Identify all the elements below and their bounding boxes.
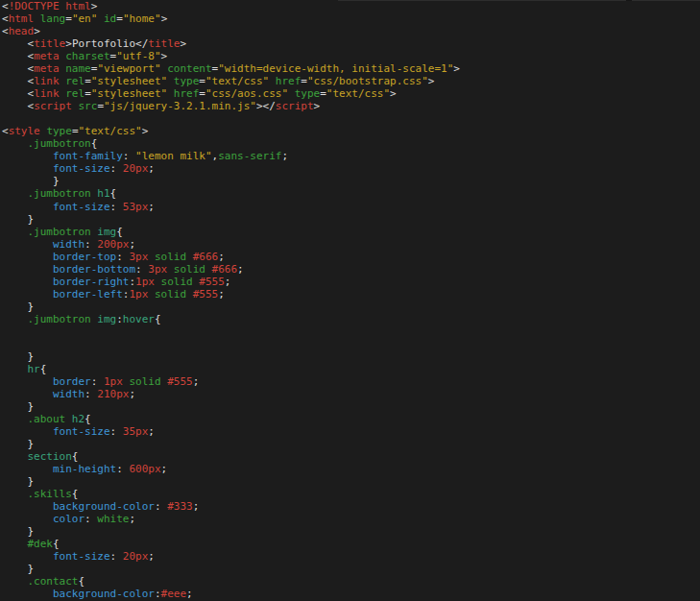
- code-token-num: 1px: [135, 276, 155, 288]
- code-line: .jumbotron img:hover{: [2, 313, 700, 325]
- code-token-p: [72, 100, 79, 112]
- code-token-p: {: [40, 363, 47, 375]
- code-token-el: hr: [2, 363, 40, 375]
- code-token-num: #666: [193, 251, 219, 263]
- code-token-p: >: [390, 87, 397, 100]
- code-token-p: {: [72, 450, 79, 463]
- code-token-p: [186, 288, 193, 300]
- code-line: }: [2, 438, 700, 450]
- code-token-num: 20px: [123, 550, 149, 563]
- code-token-p: [148, 251, 155, 263]
- code-token-attr: solid: [129, 375, 160, 388]
- code-token-p: [155, 276, 161, 288]
- code-token-tag: link: [34, 87, 60, 100]
- code-token-attr: solid: [155, 251, 186, 263]
- code-area[interactable]: <!DOCTYPE html><html lang="en" id="home"…: [0, 0, 700, 601]
- code-token-p: <: [2, 12, 9, 25]
- code-token-attr: content: [167, 62, 211, 75]
- code-line: hr{: [2, 363, 700, 375]
- code-token-p: ;: [218, 251, 225, 263]
- code-token-p: <: [2, 0, 9, 12]
- code-token-p: [167, 75, 174, 87]
- code-token-p: ;: [281, 150, 288, 162]
- code-token-p: :: [110, 550, 123, 563]
- code-token-num: 20px: [123, 162, 149, 175]
- code-token-p: >: [180, 37, 186, 50]
- code-token-prop: font-size: [2, 425, 110, 438]
- code-token-prop: font-size: [2, 162, 110, 175]
- code-token-p: =: [320, 87, 326, 100]
- code-line: <html lang="en" id="home">: [2, 12, 700, 25]
- code-token-p: [148, 288, 155, 300]
- code-token-p: <: [2, 87, 34, 100]
- code-token-num: #eee: [161, 588, 187, 600]
- code-token-p: ;: [218, 288, 225, 300]
- code-token-txt: Portofolio: [72, 37, 135, 50]
- code-token-p: {: [155, 313, 161, 325]
- code-line: .contact{: [2, 575, 700, 588]
- code-token-p: =: [116, 12, 123, 25]
- code-token-p: {: [110, 187, 117, 200]
- code-token-p: {: [53, 538, 60, 550]
- code-line: <!DOCTYPE html>: [2, 0, 700, 12]
- code-line: }: [2, 563, 700, 575]
- code-token-num: #666: [212, 263, 238, 276]
- code-token-p: }: [2, 475, 34, 488]
- code-token-p: ;: [148, 425, 155, 438]
- code-token-attr: href: [276, 75, 302, 87]
- code-token-attr: solid: [155, 288, 186, 300]
- code-token-tag: meta: [34, 50, 60, 62]
- code-token-prop: width: [2, 388, 84, 400]
- code-token-prop: font-size: [2, 201, 110, 213]
- code-line: min-height: 600px;: [2, 463, 700, 475]
- code-token-p: ;: [148, 162, 155, 175]
- code-token-p: :: [155, 588, 161, 600]
- code-token-attr: type: [174, 75, 200, 87]
- code-token-str: "text/css": [79, 125, 142, 137]
- code-token-attr: charset: [65, 50, 109, 62]
- code-token-p: >: [314, 100, 321, 112]
- code-token-num: #555: [193, 288, 219, 300]
- code-token-p: >: [428, 75, 435, 87]
- code-line: [2, 325, 700, 338]
- code-token-p: >: [161, 50, 168, 62]
- code-token-p: :: [123, 150, 135, 162]
- code-token-str: "js/jquery-3.2.1.min.js": [104, 100, 256, 112]
- code-token-p: <: [2, 125, 9, 137]
- code-line: }: [2, 350, 700, 363]
- code-line: }: [2, 400, 700, 413]
- code-token-str: "lemon milk": [135, 150, 211, 162]
- code-token-tag: !DOCTYPE html: [9, 0, 91, 12]
- code-token-p: ;: [161, 463, 168, 475]
- code-token-p: ;: [237, 263, 244, 276]
- code-token-num: 1px: [129, 288, 148, 300]
- code-token-p: [65, 413, 72, 425]
- code-token-p: ;: [186, 588, 193, 600]
- code-token-el: h2: [72, 413, 84, 425]
- code-token-str: "home": [123, 12, 161, 25]
- code-line: font-family: "lemon milk",sans-serif;: [2, 150, 700, 162]
- code-token-p: [97, 12, 104, 25]
- code-token-prop: border: [2, 375, 91, 388]
- code-token-p: =: [84, 75, 91, 87]
- code-token-sel: .jumbotron: [2, 226, 91, 238]
- code-line: .skills{: [2, 488, 700, 500]
- code-token-str: "css/bootstrap.css": [307, 75, 428, 87]
- code-line: border-bottom: 3px solid #666;: [2, 263, 700, 276]
- code-line: section{: [2, 450, 700, 463]
- code-token-p: ;: [148, 550, 155, 563]
- code-token-p: ;: [193, 375, 200, 388]
- code-line: width: 210px;: [2, 388, 700, 400]
- code-token-p: :: [110, 425, 123, 438]
- code-token-p: :: [116, 313, 123, 325]
- code-token-sel: .jumbotron: [2, 187, 91, 200]
- code-token-attr: href: [174, 87, 200, 100]
- code-token-sel: #dek: [2, 538, 53, 550]
- code-line: <head>: [2, 25, 700, 37]
- code-token-attr: type: [46, 125, 72, 137]
- code-token-p: :: [155, 500, 167, 513]
- code-line: border-right:1px solid #555;: [2, 276, 700, 288]
- code-token-p: {: [84, 413, 91, 425]
- code-token-p: }: [2, 400, 34, 413]
- code-line: #dek{: [2, 538, 700, 550]
